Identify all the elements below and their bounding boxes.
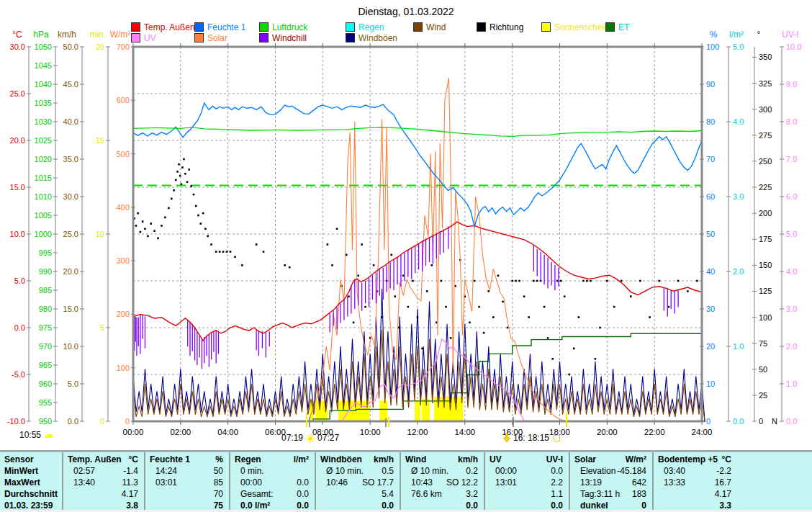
axis-tick-label: 1.0 (786, 379, 797, 388)
axis-tick-label: 1045 (35, 61, 52, 70)
axis-header-%: % (710, 30, 718, 40)
x-axis-label: 24:00 (692, 428, 713, 436)
series-richtung-point (696, 280, 698, 282)
axis-tick-label: 300 (117, 256, 130, 265)
table-row-label: Durchschnitt (0, 488, 62, 500)
series-richtung-point (518, 280, 520, 282)
table-cell-row: Tag:3:11 h183 (570, 488, 652, 500)
series-richtung-point (144, 228, 146, 230)
cell-time: 13:19 (580, 477, 602, 488)
axis-tick-label: 40 (706, 267, 715, 276)
axis-tick-label: 0 (100, 417, 104, 426)
column-unit: km/h (458, 454, 478, 464)
axis-tick-label: 100 (706, 42, 719, 51)
series-richtung-point (441, 280, 443, 282)
cell-value: 183 (632, 489, 646, 499)
axis-tick-label: 5.0 (68, 379, 78, 388)
column-unit: UV-I (546, 454, 563, 464)
series-richtung-point (573, 348, 575, 350)
axis-tick-label: 5.0 (14, 277, 25, 285)
axis-tick-label: 100 (759, 313, 772, 322)
series-richtung-point (197, 215, 199, 217)
table-cell-row: 4.17 (654, 488, 737, 500)
series-richtung-point (346, 254, 348, 256)
cell-value: SO 17.7 (362, 477, 394, 488)
axis-tick-label: 965 (39, 361, 52, 369)
x-axis-label: 12:00 (407, 428, 428, 436)
series-richtung-point (357, 274, 359, 277)
axis-tick-label: 7.0 (786, 155, 797, 163)
table-column-feuchte-1: Feuchte 1%14:245003:01857075 (144, 452, 229, 512)
axis-tick-label: 2.0 (733, 267, 744, 276)
table-row-label: MaxWert (0, 477, 62, 488)
axis-tick-label: 20.0 (10, 136, 25, 145)
series-richtung-point (515, 280, 517, 282)
series-richtung-point (202, 212, 204, 215)
axis-header-hPa: hPa (33, 30, 49, 40)
axis-tick-label: 175 (759, 235, 772, 243)
table-column-header: Windkm/h (401, 452, 484, 465)
cell-value: 0.5 (382, 466, 394, 476)
series-richtung-point (381, 316, 383, 318)
axis-tick-label: 300 (759, 105, 772, 114)
table-cell-row: 13:012.2 (485, 477, 569, 488)
table-column-bodentemp: Bodentemp +5°C03:40-2.213:3316.74.173.3 (652, 452, 737, 512)
axis-tick-label: 0 (706, 417, 710, 426)
x-axis-label: 10:00 (360, 428, 381, 436)
series-richtung-point (193, 194, 195, 196)
series-richtung-point (483, 332, 485, 334)
cell-time: 00:00 (495, 466, 517, 476)
series-richtung-point (478, 306, 480, 308)
axis-tick-label: 500 (117, 150, 130, 158)
series-richtung-point (502, 301, 504, 303)
cell-time: 13:01 (495, 477, 517, 488)
table-cell-row: 02:57-1.4 (63, 465, 144, 477)
cell-time: 0 min. (240, 466, 264, 476)
cell-time: Ø 10 min. (326, 466, 364, 476)
axis-tick-label: 5 (100, 323, 104, 332)
sunset-annotation: 16: 18:15 (502, 433, 560, 443)
series-richtung-point (364, 306, 366, 308)
x-axis-label: 04:00 (217, 428, 238, 436)
table-column-solar: SolarW/m²Elevation-45.18413:19642Tag:3:1… (569, 452, 652, 512)
axis-tick-label: 25.0 (63, 230, 78, 238)
series-richtung-point (677, 280, 680, 282)
column-unit: l/m² (294, 454, 309, 464)
table-cell-row: 5.4 (316, 488, 400, 500)
series-richtung-point (168, 207, 170, 210)
series-richtung-point (621, 280, 623, 282)
series-richtung-point (161, 225, 163, 227)
series-richtung-point (606, 280, 608, 282)
cell-value: -45.184 (617, 466, 646, 476)
series-richtung-point (445, 306, 447, 308)
column-name: Temp. Außen (68, 454, 122, 464)
series-richtung-point (183, 158, 185, 161)
axis-tick-label: 960 (39, 379, 52, 388)
axis-tick-label: 15.0 (10, 183, 25, 192)
series-richtung-point (361, 243, 363, 246)
series-richtung-point (551, 358, 554, 360)
column-unit: % (215, 454, 223, 464)
cell-value: 0.2 (466, 466, 478, 476)
axis-tick-label: 4.0 (786, 267, 797, 276)
axis-tick-label: 35.0 (63, 155, 78, 163)
column-name: Solar (574, 454, 596, 464)
column-name: UV (490, 454, 502, 464)
series-richtung-point (150, 223, 152, 225)
cell-value: 70 (214, 489, 223, 499)
moon-icon (43, 431, 54, 439)
cell-value: 642 (632, 477, 646, 488)
series-richtung-point (181, 166, 184, 169)
sunrise-end-time: 07:27 (317, 433, 339, 443)
axis-tick-label: 0.0 (733, 417, 744, 426)
series-richtung-point (492, 316, 495, 318)
series-richtung-point (417, 316, 419, 318)
axis-tick-label: 150 (759, 261, 772, 269)
series-richtung-point (171, 198, 173, 200)
cell-time: 13:40 (73, 477, 95, 488)
series-richtung-point (336, 228, 338, 230)
series-richtung-point (195, 205, 197, 207)
axis-tick-label: 70 (706, 155, 715, 163)
axis-header-°: ° (757, 30, 761, 40)
series-richtung-point (190, 185, 192, 187)
